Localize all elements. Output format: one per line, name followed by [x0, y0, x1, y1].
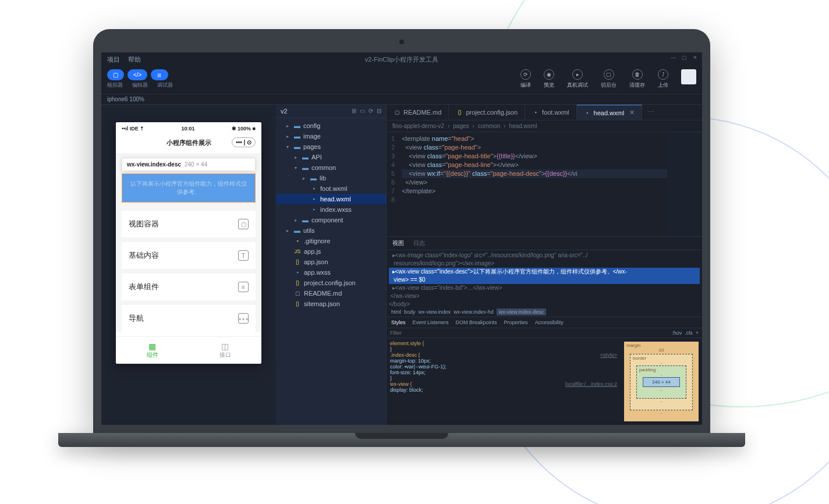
tb-background[interactable]: ▢切后台	[601, 69, 617, 89]
tree-folder[interactable]: ▾▬pages	[276, 141, 386, 152]
tb-remote[interactable]: ▸真机调试	[567, 69, 588, 89]
pill-label-editor: 编辑器	[132, 81, 148, 89]
tab-head-active[interactable]: ▪head.wxml✕	[577, 105, 643, 120]
tree-folder[interactable]: ▸▬utils	[276, 225, 386, 236]
styles-filter-input[interactable]	[390, 330, 672, 336]
list-item[interactable]: 导航∘∘∘	[122, 305, 256, 332]
tree-file-selected[interactable]: ▪head.wxml	[276, 194, 386, 204]
explorer-root: v2	[281, 108, 288, 115]
text-icon: T	[238, 250, 249, 261]
phone-signal: ••ıl IDE ⇡	[122, 126, 144, 132]
container-icon: ▢	[238, 219, 249, 229]
phone-title: 小程序组件展示	[166, 139, 211, 146]
file-explorer: v2 ⊞ ▭ ⟳ ⊟ ▸▬config ▸▬image ▾▬pages ▸▬AP…	[276, 105, 387, 425]
tree-file[interactable]: ▪foot.wxml	[276, 183, 386, 194]
devtools: 视图 日志 ▸<wx-image class="index-logo" src=…	[387, 237, 702, 425]
minimize-icon[interactable]: —	[671, 55, 676, 61]
tab-projectconfig[interactable]: {}project.config.json	[449, 105, 525, 120]
nav-icon: ∘∘∘	[238, 313, 249, 324]
pill-debugger[interactable]: ⫼	[151, 69, 168, 80]
tree-file[interactable]: ▪index.wxss	[276, 204, 386, 215]
form-icon: ≡	[238, 282, 249, 292]
laptop-base	[58, 433, 745, 447]
dt-tab-wxml[interactable]: 视图	[392, 239, 404, 247]
window-controls: — ▢ ✕	[671, 55, 697, 61]
dom-crumbs: html body wx-view.index wx-view.index-hd…	[387, 307, 702, 317]
menu-help[interactable]: 帮助	[128, 55, 141, 64]
inspector-tooltip: wx-view.index-desc240 × 44	[122, 158, 256, 171]
simulator-panel: ••ıl IDE ⇡ 10:01 ✱ 100% ■ 小程序组件展示 ••• | …	[101, 105, 276, 425]
tree-file[interactable]: JSapp.js	[276, 246, 386, 257]
tb-clearcache[interactable]: 🗑清缓存	[629, 69, 645, 89]
hov-toggle[interactable]: :hov	[672, 330, 682, 336]
tb-compile[interactable]: ⟳编译	[520, 69, 531, 89]
pill-simulator[interactable]: ▢	[107, 69, 124, 80]
editor-tabs: ▢README.md {}project.config.json ▪foot.w…	[387, 105, 702, 120]
laptop-frame: 项目 帮助 v2-FinClip小程序开发工具 — ▢ ✕ ▢ </> ⫼ 模拟…	[93, 29, 710, 447]
toolbar: ▢ </> ⫼ 模拟器 编辑器 调试器 ⟳编译 ◉预览 ▸真机调试 ▢切后台 🗑…	[101, 67, 702, 94]
menu-project[interactable]: 项目	[107, 55, 120, 64]
pill-label-simulator: 模拟器	[107, 81, 123, 89]
pill-label-debugger: 调试器	[157, 81, 173, 89]
phone-battery: ✱ 100% ■	[232, 126, 256, 132]
subtab-listeners[interactable]: Event Listeners	[413, 320, 449, 325]
tree-folder[interactable]: ▸▬lib	[276, 173, 386, 183]
tb-preview[interactable]: ◉预览	[544, 69, 554, 89]
css-rules[interactable]: element.style { } .index-desc {<style> m…	[387, 338, 621, 425]
tb-upload[interactable]: ⤴上传	[658, 69, 668, 89]
new-folder-icon[interactable]: ▭	[360, 108, 365, 115]
phone-time: 10:01	[181, 126, 194, 132]
box-model: margin 10 border - padding - 240 × 44 -	[621, 338, 702, 425]
tree-folder[interactable]: ▸▬API	[276, 152, 386, 162]
phone-tab-component[interactable]: ▦组件	[116, 337, 189, 364]
maximize-icon[interactable]: ▢	[682, 55, 687, 61]
camera-dot	[399, 40, 404, 44]
list-item[interactable]: 基础内容T	[122, 242, 256, 269]
tree-file[interactable]: ▪app.wxss	[276, 267, 386, 278]
dom-inspector[interactable]: ▸<wx-image class="index-logo" src="../re…	[387, 250, 702, 307]
phone-menu-icon[interactable]: ••• | ⊙	[232, 137, 256, 147]
subtab-props[interactable]: Properties	[504, 320, 528, 325]
tab-readme[interactable]: ▢README.md	[387, 105, 449, 120]
tree-file[interactable]: ▪.gitignore	[276, 236, 386, 246]
tree-folder[interactable]: ▸▬component	[276, 215, 386, 225]
tab-overflow-icon[interactable]: ⋯	[642, 105, 660, 120]
avatar[interactable]	[681, 69, 696, 84]
phone-frame: ••ıl IDE ⇡ 10:01 ✱ 100% ■ 小程序组件展示 ••• | …	[116, 122, 261, 364]
device-label: iphone6 100%	[107, 96, 144, 102]
tree-file[interactable]: {}project.config.json	[276, 278, 386, 288]
code-editor[interactable]: 12345678 <template name="head"> <view cl…	[387, 132, 667, 236]
highlighted-element[interactable]: 以下将展示小程序官方组件能力，组件样式仪供参考。	[122, 173, 256, 203]
list-item[interactable]: 表单组件≡	[122, 274, 256, 300]
subtab-styles[interactable]: Styles	[391, 320, 406, 325]
tree-file[interactable]: {}sitemap.json	[276, 299, 386, 309]
add-rule-icon[interactable]: +	[696, 330, 699, 336]
tab-foot[interactable]: ▪foot.wxml	[525, 105, 576, 120]
tree-folder[interactable]: ▸▬image	[276, 131, 386, 141]
refresh-icon[interactable]: ⟳	[369, 108, 373, 115]
breadcrumb: fino-applet-demo-v2›pages›common›head.wx…	[387, 120, 702, 132]
app-title: v2-FinClip小程序开发工具	[365, 55, 439, 64]
list-item[interactable]: 视图容器▢	[122, 211, 256, 237]
new-file-icon[interactable]: ⊞	[352, 108, 356, 115]
collapse-icon[interactable]: ⊟	[377, 108, 381, 115]
tree-folder[interactable]: ▸▬config	[276, 120, 386, 131]
tree-file[interactable]: {}app.json	[276, 257, 386, 267]
pill-editor[interactable]: </>	[127, 69, 147, 80]
api-icon: ◫	[189, 342, 261, 351]
minimap[interactable]	[667, 132, 702, 236]
menubar: 项目 帮助 v2-FinClip小程序开发工具 — ▢ ✕	[101, 52, 702, 67]
subtab-dom[interactable]: DOM Breakpoints	[456, 320, 497, 325]
cls-toggle[interactable]: .cls	[685, 330, 693, 336]
tree-folder[interactable]: ▾▬common	[276, 162, 386, 173]
component-icon: ▦	[116, 342, 189, 351]
dt-tab-console[interactable]: 日志	[413, 239, 425, 247]
ide-window: 项目 帮助 v2-FinClip小程序开发工具 — ▢ ✕ ▢ </> ⫼ 模拟…	[101, 52, 702, 425]
tree-file[interactable]: ▢README.md	[276, 288, 386, 299]
subtab-a11y[interactable]: Accessibility	[535, 320, 564, 325]
close-icon[interactable]: ✕	[693, 55, 697, 61]
editor-column: ▢README.md {}project.config.json ▪foot.w…	[387, 105, 702, 425]
statusbar: iphone6 100%	[101, 94, 702, 105]
tab-close-icon[interactable]: ✕	[629, 109, 635, 116]
phone-tab-api[interactable]: ◫接口	[189, 337, 261, 364]
